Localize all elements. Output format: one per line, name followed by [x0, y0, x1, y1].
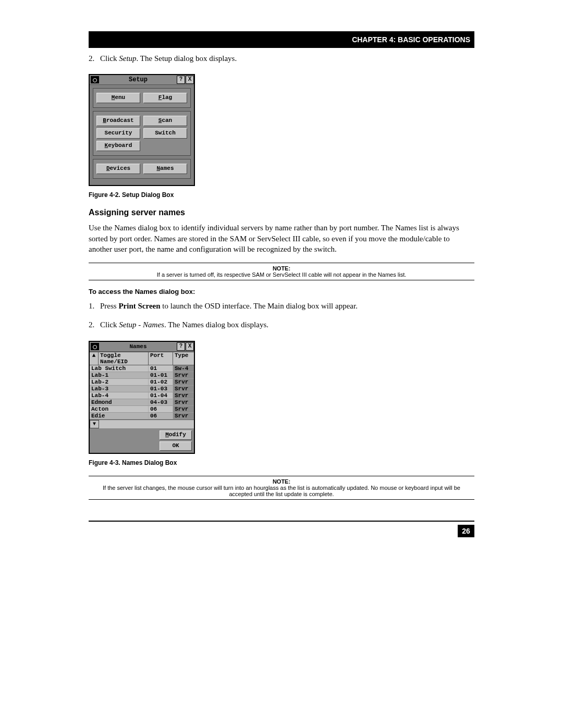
- switch-button[interactable]: Switch: [143, 128, 187, 139]
- names-table-body: Lab Switch01Sw-4Lab-101-01SrvrLab-201-02…: [90, 365, 194, 419]
- access-step-1: 1. Press Print Screen to launch the OSD …: [89, 301, 474, 311]
- figure-4-2-caption: Figure 4-2. Setup Dialog Box: [89, 191, 474, 199]
- table-row[interactable]: Lab-301-03Srvr: [90, 386, 194, 392]
- cell-port: 01-01: [149, 372, 173, 378]
- access-step-2: 2. Click Setup - Names. The Names dialog…: [89, 319, 474, 330]
- modify-button[interactable]: Modify: [160, 430, 192, 440]
- help-button[interactable]: ?: [177, 342, 185, 351]
- table-row[interactable]: Lab-401-04Srvr: [90, 392, 194, 399]
- cell-name: Lab-3: [90, 386, 149, 392]
- table-row[interactable]: Lab Switch01Sw-4: [90, 365, 194, 372]
- close-button[interactable]: X: [186, 76, 194, 84]
- footer-rule: [89, 521, 474, 522]
- sub-heading: To access the Names dialog box:: [89, 288, 474, 295]
- cell-port: 06: [149, 413, 173, 419]
- table-row[interactable]: Lab-101-01Srvr: [90, 372, 194, 379]
- cell-type: Srvr: [173, 406, 194, 412]
- cell-type: Srvr: [173, 392, 194, 399]
- cell-type: Srvr: [173, 379, 194, 385]
- cell-name: Lab-1: [90, 372, 149, 378]
- names-dialog-title: Names: [100, 343, 176, 350]
- names-table-header: ▲ Toggle Name/EID Port Type: [90, 352, 194, 365]
- cell-port: 01: [149, 365, 173, 372]
- section-paragraph: Use the Names dialog box to identify ind…: [89, 223, 474, 254]
- cell-type: Sw-4: [173, 365, 194, 372]
- cell-port: 01-02: [149, 379, 173, 385]
- section-heading: Assigning server names: [89, 208, 474, 217]
- names-dialog-titlebar: Names ? X: [90, 342, 194, 352]
- figure-4-3-caption: Figure 4-3. Names Dialog Box: [89, 459, 474, 466]
- cell-type: Srvr: [173, 386, 194, 392]
- cell-type: Srvr: [173, 413, 194, 419]
- ok-button[interactable]: OK: [160, 441, 192, 451]
- help-button[interactable]: ?: [177, 76, 185, 84]
- flag-button[interactable]: Flag: [143, 93, 187, 103]
- cell-name: Edie: [90, 413, 149, 419]
- dialog-system-icon[interactable]: [91, 76, 99, 83]
- broadcast-button[interactable]: Broadcast: [96, 116, 140, 126]
- chapter-header: CHAPTER 4: BASIC OPERATIONS: [89, 31, 474, 48]
- table-row[interactable]: Edmond04-03Srvr: [90, 399, 194, 406]
- setup-dialog-titlebar: Setup ? X: [90, 75, 194, 85]
- col-name-header[interactable]: Toggle Name/EID: [99, 352, 149, 365]
- dialog-system-icon[interactable]: [91, 343, 99, 350]
- names-dialog: Names ? X ▲ Toggle Name/EID Port Type La…: [89, 341, 195, 454]
- cell-name: Acton: [90, 406, 149, 412]
- table-row[interactable]: Acton06Srvr: [90, 406, 194, 413]
- cell-port: 01-04: [149, 392, 173, 399]
- note-2: NOTE: If the server list changes, the mo…: [89, 476, 474, 500]
- note-1: NOTE: If a server is turned off, its res…: [89, 263, 474, 280]
- table-row[interactable]: Edie06Srvr: [90, 413, 194, 419]
- menu-button[interactable]: Menu: [96, 93, 140, 103]
- security-button[interactable]: Security: [96, 128, 140, 139]
- table-row[interactable]: Lab-201-02Srvr: [90, 379, 194, 386]
- names-scroll-row: ▼: [90, 419, 194, 428]
- cell-port: 04-03: [149, 399, 173, 405]
- cell-type: Srvr: [173, 399, 194, 405]
- note-text: If the server list changes, the mouse cu…: [103, 485, 460, 497]
- scan-button[interactable]: Scan: [143, 116, 187, 126]
- note-label: NOTE:: [92, 265, 471, 272]
- step-number: 2.: [89, 53, 100, 64]
- cell-port: 06: [149, 406, 173, 412]
- devices-button[interactable]: Devices: [96, 164, 140, 174]
- cell-port: 01-03: [149, 386, 173, 392]
- page-number: 26: [458, 525, 474, 537]
- note-label: NOTE:: [92, 478, 471, 485]
- keyboard-button[interactable]: Keyboard: [96, 141, 140, 151]
- close-button[interactable]: X: [186, 342, 194, 351]
- note-text: If a server is turned off, its respectiv…: [157, 272, 407, 278]
- col-type-header: Type: [173, 352, 194, 365]
- step-number: 2.: [89, 319, 100, 330]
- setup-dialog: Setup ? X Menu Flag Broadcast Scan Secur…: [89, 74, 195, 186]
- cell-name: Lab-4: [90, 392, 149, 399]
- cell-type: Srvr: [173, 372, 194, 378]
- chapter-title: CHAPTER 4: BASIC OPERATIONS: [352, 35, 470, 44]
- cell-name: Lab Switch: [90, 365, 149, 372]
- setup-dialog-title: Setup: [100, 76, 176, 83]
- intro-step-2: 2. Click Setup. The Setup dialog box dis…: [89, 53, 474, 64]
- scroll-down-icon[interactable]: ▼: [90, 420, 99, 428]
- cell-name: Edmond: [90, 399, 149, 405]
- step-number: 1.: [89, 301, 100, 311]
- toggle-sort-icon[interactable]: ▲: [90, 352, 99, 365]
- cell-name: Lab-2: [90, 379, 149, 385]
- names-button[interactable]: Names: [143, 164, 187, 174]
- col-port-header: Port: [149, 352, 173, 365]
